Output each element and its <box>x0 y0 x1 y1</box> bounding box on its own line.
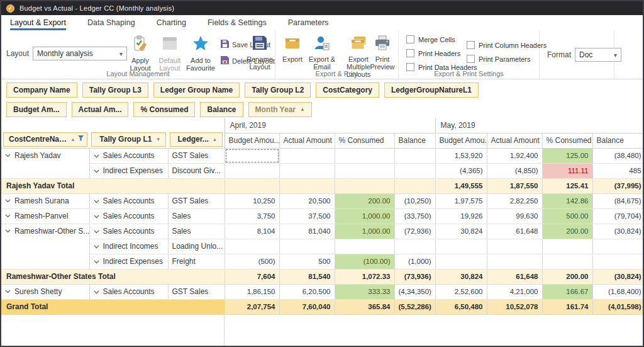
value-cell[interactable] <box>435 254 487 269</box>
row-label-cell[interactable]: Indirect Incomes <box>89 239 168 254</box>
expand-chevron-icon[interactable] <box>94 166 99 175</box>
field-chip-budget-am[interactable]: Budget Am... <box>6 102 67 117</box>
value-cell[interactable]: 485 <box>592 163 644 178</box>
checkbox-print-parameters[interactable]: Print Parameters <box>467 55 547 63</box>
value-cell[interactable]: 1,87,550 <box>487 178 542 193</box>
value-cell[interactable]: 125.00 <box>542 148 592 163</box>
field-chip-costcategory[interactable]: CostCategory <box>316 82 379 98</box>
value-cell[interactable]: 500.00 <box>542 208 592 224</box>
value-cell[interactable] <box>225 178 279 193</box>
value-cell[interactable]: 7,60,040 <box>279 299 335 314</box>
field-chip-tally-group-l3[interactable]: Tally Group L3 <box>82 82 148 98</box>
value-cell[interactable]: 81,540 <box>279 269 335 284</box>
value-cell[interactable]: (33,750) <box>394 208 435 224</box>
column-group-header-may-2019[interactable]: May, 2019 <box>435 118 644 133</box>
value-cell[interactable] <box>394 239 435 254</box>
value-cell[interactable] <box>279 239 335 254</box>
value-cell[interactable]: 333.33 <box>335 284 394 299</box>
value-cell[interactable] <box>335 163 394 178</box>
value-cell[interactable]: (10,250) <box>394 193 435 208</box>
value-cell[interactable]: 8,104 <box>225 224 279 239</box>
value-cell[interactable]: 142.86 <box>542 193 592 208</box>
row-label-cell[interactable]: GST Sales <box>168 284 225 299</box>
print-preview-button[interactable]: Print Preview <box>367 35 397 71</box>
value-cell[interactable]: 10,250 <box>225 193 279 208</box>
export-button[interactable]: Export <box>279 35 306 63</box>
field-chip-consumed[interactable]: % Consumed <box>133 102 195 117</box>
value-cell[interactable]: 365.84 <box>335 299 394 314</box>
expand-chevron-icon[interactable] <box>5 227 11 236</box>
value-cell[interactable] <box>335 148 394 163</box>
expand-chevron-icon[interactable] <box>94 212 99 220</box>
value-cell[interactable]: 20,500 <box>279 193 335 208</box>
value-cell[interactable] <box>487 254 542 269</box>
field-chip-month-year[interactable]: Month Year▲ <box>248 102 312 117</box>
value-cell[interactable] <box>394 163 435 178</box>
tab-layout-export[interactable]: Layout & Export <box>10 15 66 30</box>
value-cell[interactable]: 1,000.00 <box>335 224 394 239</box>
field-chip-ledgergroupnaturel1[interactable]: LedgerGroupNatureL1 <box>384 82 479 98</box>
expand-chevron-icon[interactable] <box>5 151 11 160</box>
row-label-cell[interactable]: Ramesh-Panvel <box>1 208 89 224</box>
measure-header-budget-amou[interactable]: Budget Amou... <box>225 133 279 148</box>
field-chip-ledger-group-name[interactable]: Ledger Group Name <box>153 82 240 98</box>
value-cell[interactable]: 111.11 <box>542 163 592 178</box>
value-cell[interactable]: 81,040 <box>279 224 335 239</box>
value-cell[interactable]: (38,480) <box>592 148 644 163</box>
row-field-chip-costcentrename[interactable]: CostCentreName▲ <box>3 132 87 147</box>
row-label-cell[interactable]: GST Sales <box>168 193 225 208</box>
value-cell[interactable]: 4,21,000 <box>487 284 542 299</box>
value-cell[interactable]: (30,824) <box>592 269 644 284</box>
value-cell[interactable]: 6,50,480 <box>435 299 487 314</box>
apply-layout-button[interactable]: Apply Layout <box>126 35 155 72</box>
value-cell[interactable]: (84,675) <box>592 193 644 208</box>
value-cell[interactable]: 61,648 <box>487 269 542 284</box>
value-cell[interactable]: 30,824 <box>435 224 487 239</box>
value-cell[interactable]: 1,92,400 <box>487 148 542 163</box>
value-cell[interactable]: (500) <box>225 254 279 269</box>
value-cell[interactable] <box>542 239 592 254</box>
value-cell[interactable]: (30,824) <box>592 224 644 239</box>
value-cell[interactable] <box>592 239 644 254</box>
value-cell[interactable]: 37,500 <box>279 208 335 224</box>
value-cell[interactable]: (1,68,400) <box>592 284 644 299</box>
value-cell[interactable]: (37,995) <box>592 178 644 193</box>
value-cell[interactable]: 6,20,500 <box>279 284 335 299</box>
value-cell[interactable]: (5,52,286) <box>394 299 435 314</box>
checkbox-box-print-parameters[interactable] <box>467 55 475 63</box>
value-cell[interactable] <box>225 163 279 178</box>
row-label-cell[interactable]: Suresh Shetty <box>1 284 89 299</box>
row-label-cell[interactable]: Sales Accounts <box>89 208 168 224</box>
expand-chevron-icon[interactable] <box>5 212 11 220</box>
measure-header-consumed[interactable]: % Consumed <box>542 133 592 148</box>
field-chip-tally-group-l2[interactable]: Tally Group L2 <box>245 82 311 98</box>
value-cell[interactable] <box>592 254 644 269</box>
value-cell[interactable] <box>335 239 394 254</box>
row-label-cell[interactable]: Rajesh Yadav <box>1 148 89 178</box>
value-cell[interactable]: 1,000.00 <box>335 208 394 224</box>
checkbox-box-print-headers[interactable] <box>406 49 414 57</box>
row-label-cell[interactable]: Loading Unlo... <box>168 239 225 254</box>
value-cell[interactable]: (72,936) <box>394 224 435 239</box>
value-cell[interactable]: 2,07,754 <box>225 299 279 314</box>
checkbox-box-merge-cells[interactable] <box>406 35 414 43</box>
value-cell[interactable]: 19,926 <box>435 208 487 224</box>
row-label-cell[interactable]: Freight <box>168 254 225 269</box>
value-cell[interactable]: (73,936) <box>394 269 435 284</box>
row-label-cell[interactable]: Sales Accounts <box>89 193 168 208</box>
export-email-button[interactable]: Export & Email <box>307 35 337 71</box>
row-label-cell[interactable]: Sales Accounts <box>89 284 168 299</box>
expand-chevron-icon[interactable] <box>94 196 99 205</box>
tab-data-shaping[interactable]: Data Shaping <box>87 15 135 30</box>
value-cell[interactable] <box>279 148 335 163</box>
value-cell[interactable]: (100.00) <box>335 254 394 269</box>
row-label-cell[interactable]: Sales Accounts <box>89 148 168 163</box>
value-cell[interactable]: (4,01,598) <box>592 299 644 314</box>
add-to-favourite-button[interactable]: Add to Favourite <box>185 35 216 72</box>
value-cell[interactable] <box>279 163 335 178</box>
row-field-chip-ledger[interactable]: Ledger...▲ <box>170 132 223 147</box>
value-cell[interactable]: 161.74 <box>542 299 592 314</box>
tab-charting[interactable]: Charting <box>157 15 186 30</box>
measure-header-budget-amou[interactable]: Budget Amou... <box>435 133 487 148</box>
value-cell[interactable]: 10,52,078 <box>487 299 542 314</box>
